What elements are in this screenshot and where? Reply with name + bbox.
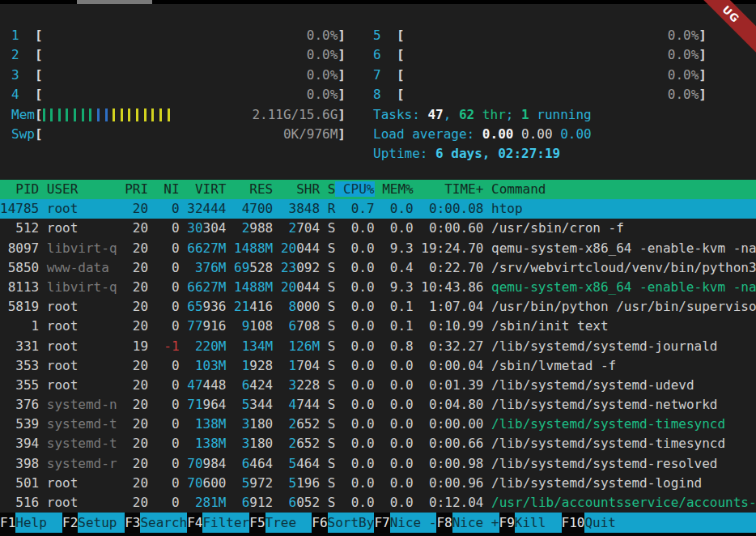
- cell-pid: 331: [0, 338, 39, 354]
- memory-bar: [144, 108, 147, 121]
- cell-mem: 0.0: [382, 201, 414, 216]
- top-bar: [0, 0, 756, 4]
- bracket-close: ]: [338, 125, 346, 144]
- process-row[interactable]: 1 root 20 0 77916 9108 6708 S 0.0 0.1 0:…: [0, 317, 756, 336]
- cell-res: 1488M: [234, 240, 273, 256]
- memory-meter-bars: [43, 105, 176, 125]
- memory-bar: [121, 108, 123, 121]
- cell-cpu: 0.0: [343, 495, 375, 510]
- process-row[interactable]: 353 root 20 0 103M 1928 1704 S 0.0 0.0 0…: [0, 356, 756, 376]
- fnkey-action: Quit: [584, 513, 756, 533]
- process-row[interactable]: 376 systemd-n 20 0 71964 5344 4744 S 0.0…: [0, 395, 756, 415]
- column-header-time[interactable]: TIME+: [421, 181, 483, 197]
- column-header-user[interactable]: USER: [47, 181, 117, 197]
- cell-virt: 65936: [187, 299, 226, 314]
- fn-f1-help[interactable]: F1Help: [0, 513, 62, 533]
- fn-f7-nice-[interactable]: F7Nice -: [374, 513, 436, 533]
- cell-shr: 20044: [281, 279, 320, 295]
- cell-user: libvirt-q: [47, 240, 117, 256]
- column-header-cpu[interactable]: CPU%: [335, 181, 374, 197]
- process-row[interactable]: 501 root 20 0 70600 5972 5196 S 0.0 0.0 …: [0, 474, 756, 493]
- cell-shr: 5464: [281, 456, 320, 471]
- cell-pid: 355: [0, 377, 39, 393]
- process-row[interactable]: 355 root 20 0 47448 6424 3228 S 0.0 0.0 …: [0, 376, 756, 395]
- process-row[interactable]: 5850 www-data 20 0 376M 69528 23092 S 0.…: [0, 258, 756, 278]
- fn-f6-sortby[interactable]: F6SortBy: [312, 513, 374, 533]
- process-row[interactable]: 5819 root 20 0 65936 21416 8000 S 0.0 0.…: [0, 297, 756, 317]
- process-row[interactable]: 539 systemd-t 20 0 138M 3180 2652 S 0.0 …: [0, 415, 756, 434]
- cell-pid: 353: [0, 358, 39, 373]
- fn-f10-quit[interactable]: F10Quit: [562, 513, 756, 533]
- cell-res: 3180: [234, 436, 273, 451]
- cell-time: 1:07.04: [421, 299, 483, 314]
- cell-shr: 2652: [281, 416, 320, 432]
- column-header-ni[interactable]: NI: [156, 181, 180, 197]
- top-gray-bar: [77, 0, 152, 4]
- bracket-open: [: [35, 105, 43, 125]
- cpu-meter-label: 4: [11, 85, 35, 104]
- cell-res: 1928: [234, 358, 273, 373]
- cell-res: 3180: [234, 416, 273, 432]
- process-row[interactable]: 14785 root 20 0 32444 4700 3848 R 0.7 0.…: [0, 199, 756, 219]
- cell-res: 6912: [234, 495, 273, 510]
- cell-cpu: 0.0: [343, 279, 375, 295]
- cell-shr: 20044: [281, 240, 320, 256]
- process-row[interactable]: 8097 libvirt-q 20 0 6627M 1488M 20044 S …: [0, 239, 756, 258]
- cell-mem: 0.4: [382, 260, 414, 275]
- fn-f9-kill[interactable]: F9Kill: [499, 513, 562, 533]
- cell-s: S: [328, 475, 336, 491]
- column-header-virt[interactable]: VIRT: [187, 181, 226, 197]
- cell-user: root: [47, 220, 117, 236]
- column-header-pri[interactable]: PRI: [125, 181, 148, 197]
- cell-user: root: [47, 318, 117, 334]
- column-header-s[interactable]: S: [328, 181, 336, 197]
- fn-f3-search[interactable]: F3Search: [125, 513, 187, 533]
- cell-res: 6424: [234, 377, 273, 393]
- cell-virt: 6627M: [187, 240, 226, 256]
- cell-cpu: 0.0: [343, 436, 375, 451]
- process-row[interactable]: 394 systemd-t 20 0 138M 3180 2652 S 0.0 …: [0, 434, 756, 453]
- cell-time: 0:00.66: [421, 436, 483, 451]
- cell-time: 0:01.39: [421, 377, 483, 393]
- cell-s: S: [328, 338, 336, 354]
- process-row[interactable]: 512 root 20 0 30304 2988 2704 S 0.0 0.0 …: [0, 219, 756, 238]
- cell-command: /lib/systemd/systemd-journald: [491, 338, 717, 354]
- cell-command: /usr/bin/python /usr/bin/superviso: [491, 299, 756, 314]
- fnkey-label: F8: [436, 513, 452, 533]
- load-5min: 0.00: [521, 126, 553, 142]
- cell-ni: 0: [156, 260, 180, 275]
- fnkey-label: F2: [62, 513, 78, 533]
- column-header-shr[interactable]: SHR: [281, 181, 320, 197]
- swap-meter-value: 0K/976M: [283, 125, 338, 144]
- fnkey-label: F10: [562, 513, 585, 533]
- cell-mem: 0.0: [382, 358, 414, 373]
- process-row[interactable]: 398 systemd-r 20 0 70984 6464 5464 S 0.0…: [0, 454, 756, 474]
- memory-bar: [66, 108, 68, 121]
- memory-bar: [58, 108, 61, 121]
- cpu-meter-label: 1: [11, 26, 35, 45]
- cell-pri: 20: [125, 220, 148, 236]
- process-row[interactable]: 331 root 19 -1 220M 134M 126M S 0.0 0.8 …: [0, 337, 756, 356]
- column-header-command[interactable]: Command: [491, 181, 546, 197]
- cell-time: 0:00.96: [421, 475, 483, 491]
- fn-f8-nice-[interactable]: F8Nice +: [436, 513, 499, 533]
- cpu-meter-8: 8 [0.0%]: [373, 85, 707, 104]
- process-row[interactable]: 516 root 20 0 281M 6912 6052 S 0.0 0.0 0…: [0, 493, 756, 513]
- process-row[interactable]: 8113 libvirt-q 20 0 6627M 1488M 20044 S …: [0, 278, 756, 297]
- fn-f5-tree[interactable]: F5Tree: [249, 513, 312, 533]
- cell-time: 0:00.00: [421, 416, 483, 432]
- cell-cpu: 0.0: [343, 416, 375, 432]
- cell-mem: 0.0: [382, 475, 414, 491]
- cell-s: R: [328, 201, 336, 216]
- column-header-mem[interactable]: MEM%: [382, 181, 414, 197]
- column-header-res[interactable]: RES: [234, 181, 273, 197]
- cell-ni: 0: [156, 279, 180, 295]
- memory-meter-label: Mem: [11, 105, 35, 125]
- column-header-pid[interactable]: PID: [0, 181, 39, 197]
- fn-f4-filter[interactable]: F4Filter: [187, 513, 249, 533]
- fn-f2-setup[interactable]: F2Setup: [62, 513, 125, 533]
- cell-time: 0:12.04: [421, 495, 483, 510]
- running-count: 1: [521, 107, 529, 122]
- cell-pri: 20: [125, 436, 148, 451]
- cell-s: S: [328, 358, 336, 373]
